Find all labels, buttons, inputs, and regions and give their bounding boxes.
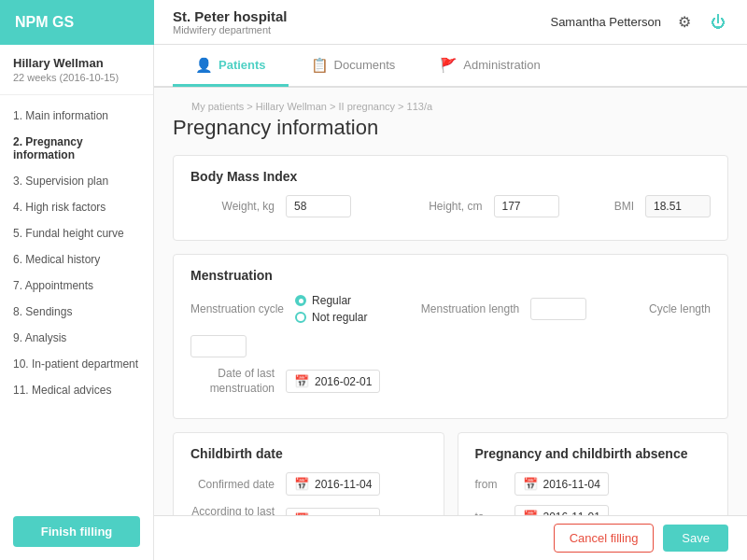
sidebar-item-high-risk[interactable]: 4. High risk factors [0, 194, 153, 220]
confirmed-date-field[interactable]: 📅 2016-11-04 [286, 472, 380, 496]
last-menstruation-row: Date of lastmenstruation 📅 2016-02-01 [190, 367, 711, 396]
user-name: Samantha Petterson [550, 15, 661, 29]
bmi-label: BMI [606, 200, 634, 213]
sidebar-item-medical-history[interactable]: 6. Medical history [0, 246, 153, 273]
sidebar-item-fundal[interactable]: 5. Fundal height curve [0, 220, 153, 246]
bmi-row: Weight, kg Height, cm BMI 18.51 [190, 195, 711, 217]
sidebar-item-main-info[interactable]: 1. Main information [0, 103, 153, 129]
patient-weeks: 22 weeks (2016-10-15) [13, 72, 140, 83]
sidebar-item-medical-advices[interactable]: 11. Medical advices [0, 377, 153, 403]
not-regular-label: Not regular [312, 311, 367, 324]
weight-input[interactable] [286, 195, 351, 217]
cycle-label: Menstruation cycle [190, 302, 284, 315]
save-button[interactable]: Save [663, 525, 728, 552]
tab-patients[interactable]: 👤 Patients [173, 46, 289, 87]
sidebar-nav: 1. Main information 2. Pregnancy informa… [0, 95, 153, 507]
radio-not-regular-dot [295, 312, 306, 323]
radio-regular-dot [295, 295, 306, 306]
bmi-value: 18.51 [645, 195, 711, 217]
height-label: Height, cm [399, 200, 483, 213]
weight-label: Weight, kg [190, 200, 275, 213]
action-bar: Cancel filling Save [154, 515, 747, 560]
finish-filling-button[interactable]: Finish filling [13, 516, 140, 547]
regular-label: Regular [312, 294, 351, 307]
menstruation-title: Menstruation [190, 268, 711, 283]
radio-not-regular[interactable]: Not regular [295, 311, 367, 324]
absence-from-row: from 📅 2016-11-04 [475, 472, 712, 496]
calendar-icon-last-mens: 📅 [294, 374, 309, 388]
power-icon[interactable]: ⏻ [708, 12, 728, 33]
sidebar: Hillary Wellman 22 weeks (2016-10-15) 1.… [0, 45, 154, 560]
page-content: My patients > Hillary Wellman > II pregn… [154, 88, 747, 560]
sidebar-item-inpatient[interactable]: 10. In-patient department [0, 351, 153, 377]
height-input[interactable] [494, 195, 559, 217]
absence-from-value: 2016-11-04 [543, 478, 600, 491]
confirmed-label: Confirmed date [190, 478, 275, 491]
last-date-field[interactable]: 📅 2016-02-01 [286, 370, 380, 393]
bmi-title: Body Mass Index [190, 169, 711, 184]
sidebar-item-appointments[interactable]: 7. Appointments [0, 273, 153, 299]
page-title: Pregnancy information [173, 116, 728, 140]
cycle-length-label: Cycle length [636, 302, 711, 315]
menstruation-cycle-row: Menstruation cycle Regular Not regular M… [190, 294, 711, 357]
sidebar-item-pregnancy-info[interactable]: 2. Pregnancy information [0, 129, 153, 168]
patients-icon: 👤 [195, 57, 213, 74]
main-content: 👤 Patients 📋 Documents 🚩 Administration … [154, 45, 747, 560]
cycle-radio-group: Regular Not regular [295, 294, 367, 324]
last-date-label: Date of lastmenstruation [190, 367, 275, 396]
header-right: Samantha Petterson ⚙ ⏻ [550, 12, 728, 33]
tab-administration[interactable]: 🚩 Administration [417, 46, 562, 87]
calendar-icon-from: 📅 [523, 477, 538, 491]
tab-documents[interactable]: 📋 Documents [289, 46, 418, 87]
menstruation-section: Menstruation Menstruation cycle Regular … [173, 254, 728, 419]
mens-length-label: Menstruation length [416, 302, 519, 315]
breadcrumb: My patients > Hillary Wellman > II pregn… [173, 91, 728, 116]
administration-icon: 🚩 [440, 57, 458, 74]
department-name: Midwifery department [173, 24, 288, 35]
cycle-length-input[interactable] [190, 335, 247, 357]
hospital-name: St. Peter hospital [173, 8, 288, 24]
sidebar-item-analysis[interactable]: 9. Analysis [0, 325, 153, 351]
absence-title: Pregnancy and childbirth absence [475, 446, 712, 461]
calendar-icon-confirmed: 📅 [294, 477, 309, 491]
app-title: NPM GS [0, 0, 154, 45]
cancel-filling-button[interactable]: Cancel filling [554, 524, 655, 553]
patient-info: Hillary Wellman 22 weeks (2016-10-15) [0, 45, 153, 95]
hospital-info: St. Peter hospital Midwifery department [173, 8, 288, 35]
last-date-value: 2016-02-01 [315, 375, 372, 388]
absence-from-field[interactable]: 📅 2016-11-04 [514, 472, 609, 496]
settings-icon[interactable]: ⚙ [674, 12, 695, 33]
confirmed-date-row: Confirmed date 📅 2016-11-04 [190, 472, 427, 496]
sidebar-item-supervision[interactable]: 3. Supervision plan [0, 168, 153, 194]
bmi-section: Body Mass Index Weight, kg Height, cm BM… [173, 155, 728, 241]
childbirth-title: Childbirth date [190, 446, 427, 461]
absence-from-label: from [475, 478, 503, 491]
mens-length-input[interactable] [530, 298, 586, 320]
sidebar-item-sendings[interactable]: 8. Sendings [0, 299, 153, 325]
confirmed-date-value: 2016-11-04 [315, 478, 372, 491]
documents-icon: 📋 [311, 57, 329, 74]
patient-name: Hillary Wellman [13, 56, 140, 70]
tab-bar: 👤 Patients 📋 Documents 🚩 Administration [154, 45, 747, 88]
radio-regular[interactable]: Regular [295, 294, 367, 307]
